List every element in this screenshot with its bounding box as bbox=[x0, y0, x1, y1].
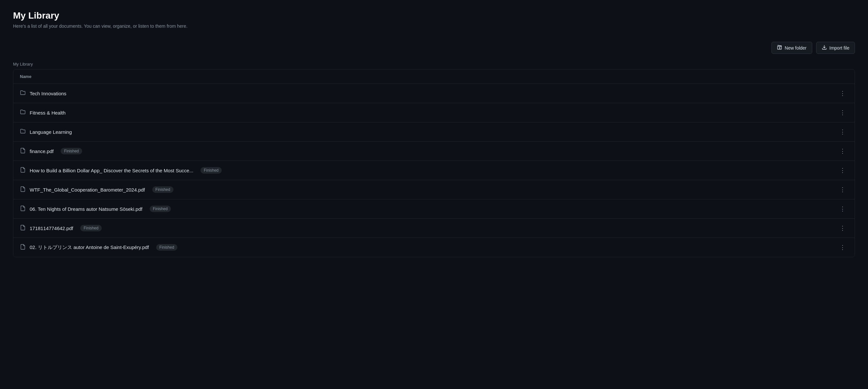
file-icon bbox=[20, 167, 26, 174]
file-name: finance.pdf bbox=[30, 148, 54, 154]
folder-name: Fitness & Health bbox=[30, 110, 66, 115]
page-subtitle: Here's a list of all your documents. You… bbox=[13, 24, 855, 29]
row-more-button[interactable]: ⋮ bbox=[837, 185, 848, 194]
table-row[interactable]: 02. リトルプリンス autor Antoine de Saint-Exupé… bbox=[13, 238, 855, 257]
row-left: 06. Ten Nights of Dreams autor Natsume S… bbox=[20, 205, 837, 213]
row-left: 1718114774642.pdf Finished bbox=[20, 224, 837, 232]
folder-name: Tech Innovations bbox=[30, 91, 66, 96]
import-file-label: Import file bbox=[830, 45, 849, 51]
status-badge: Finished bbox=[150, 205, 171, 212]
new-folder-label: New folder bbox=[785, 45, 807, 51]
row-more-button[interactable]: ⋮ bbox=[837, 223, 848, 233]
file-icon bbox=[20, 224, 26, 232]
row-more-button[interactable]: ⋮ bbox=[837, 88, 848, 98]
table-row[interactable]: Language Learning ⋮ bbox=[13, 122, 855, 142]
row-left: WTF_The_Global_Cooperation_Barometer_202… bbox=[20, 186, 837, 193]
row-more-button[interactable]: ⋮ bbox=[837, 243, 848, 252]
row-left: finance.pdf Finished bbox=[20, 147, 837, 155]
file-icon bbox=[20, 186, 26, 193]
file-icon bbox=[20, 244, 26, 251]
row-more-button[interactable]: ⋮ bbox=[837, 204, 848, 214]
status-badge: Finished bbox=[152, 186, 174, 193]
folder-icon bbox=[20, 109, 26, 116]
table-header: Name bbox=[13, 70, 855, 84]
column-name-label: Name bbox=[20, 74, 31, 79]
table-row[interactable]: How to Build a Billion Dollar App_ Disco… bbox=[13, 161, 855, 180]
status-badge: Finished bbox=[80, 225, 101, 231]
status-badge: Finished bbox=[61, 148, 82, 155]
status-badge: Finished bbox=[156, 244, 177, 251]
page-title: My Library bbox=[13, 10, 855, 21]
table-row[interactable]: finance.pdf Finished ⋮ bbox=[13, 142, 855, 161]
row-more-button[interactable]: ⋮ bbox=[837, 146, 848, 156]
file-name: How to Build a Billion Dollar App_ Disco… bbox=[30, 168, 193, 173]
folder-name: Language Learning bbox=[30, 129, 72, 135]
row-left: Fitness & Health bbox=[20, 109, 837, 116]
file-name: 02. リトルプリンス autor Antoine de Saint-Exupé… bbox=[30, 244, 149, 251]
folder-icon bbox=[20, 128, 26, 135]
file-icon bbox=[20, 205, 26, 213]
folder-icon bbox=[20, 90, 26, 97]
row-more-button[interactable]: ⋮ bbox=[837, 127, 848, 137]
new-folder-icon bbox=[777, 45, 782, 51]
table-row[interactable]: Tech Innovations ⋮ bbox=[13, 84, 855, 103]
table-row[interactable]: Fitness & Health ⋮ bbox=[13, 103, 855, 122]
row-left: 02. リトルプリンス autor Antoine de Saint-Exupé… bbox=[20, 244, 837, 251]
import-file-button[interactable]: Import file bbox=[816, 42, 855, 54]
row-left: How to Build a Billion Dollar App_ Disco… bbox=[20, 167, 837, 174]
file-table: Name Tech Innovations ⋮ Fitness & Health… bbox=[13, 69, 855, 257]
table-row[interactable]: 1718114774642.pdf Finished ⋮ bbox=[13, 219, 855, 238]
row-more-button[interactable]: ⋮ bbox=[837, 108, 848, 117]
breadcrumb: My Library bbox=[13, 62, 855, 66]
table-row[interactable]: WTF_The_Global_Cooperation_Barometer_202… bbox=[13, 180, 855, 199]
file-name: 06. Ten Nights of Dreams autor Natsume S… bbox=[30, 206, 143, 212]
row-more-button[interactable]: ⋮ bbox=[837, 165, 848, 175]
row-left: Tech Innovations bbox=[20, 90, 837, 97]
status-badge: Finished bbox=[200, 167, 222, 174]
file-name: 1718114774642.pdf bbox=[30, 225, 73, 231]
file-icon bbox=[20, 147, 26, 155]
file-name: WTF_The_Global_Cooperation_Barometer_202… bbox=[30, 187, 145, 193]
toolbar: New folder Import file bbox=[13, 42, 855, 54]
row-left: Language Learning bbox=[20, 128, 837, 135]
import-icon bbox=[822, 45, 827, 51]
new-folder-button[interactable]: New folder bbox=[772, 42, 812, 54]
table-row[interactable]: 06. Ten Nights of Dreams autor Natsume S… bbox=[13, 199, 855, 219]
